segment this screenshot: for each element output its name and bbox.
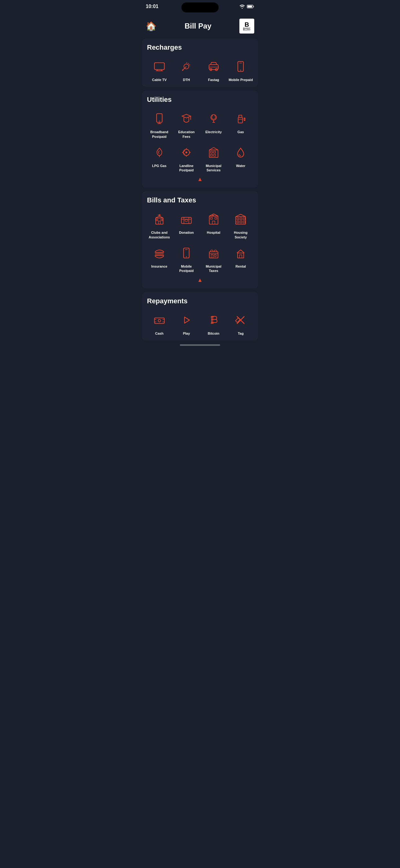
municipal-taxes-label: Municipal Taxes (201, 264, 226, 273)
svg-rect-39 (214, 151, 215, 153)
repay-bitcoin-item[interactable]: Bitcoin (201, 311, 226, 336)
svg-rect-38 (210, 151, 212, 153)
rental-item[interactable]: Rental (229, 244, 253, 273)
home-icon[interactable]: 🏠 (146, 21, 157, 31)
municipal-taxes-icon (205, 244, 222, 262)
mobile-postpaid-item[interactable]: Mobile Postpaid (174, 244, 199, 273)
svg-rect-49 (161, 219, 163, 221)
repay-play-item[interactable]: Play (174, 311, 199, 336)
electricity-svg (207, 112, 221, 125)
insurance-svg (153, 246, 166, 260)
gas-item[interactable]: Gas (229, 110, 253, 139)
mobile-prepaid-icon (232, 58, 249, 75)
hospital-svg (207, 212, 221, 226)
svg-point-76 (186, 256, 187, 257)
donation-item[interactable]: Donation (174, 211, 199, 239)
lpg-svg (153, 146, 166, 159)
dth-item[interactable]: DTH (174, 58, 199, 82)
svg-point-35 (182, 152, 183, 153)
municipal-taxes-item[interactable]: Municipal Taxes (201, 244, 226, 273)
svg-line-42 (209, 148, 214, 150)
repay-cash-label: Cash (155, 331, 163, 336)
landline-postpaid-label: Landline Postpaid (174, 164, 199, 173)
repay-tag-item[interactable]: Tag (229, 311, 253, 336)
svg-point-0 (242, 8, 243, 9)
clubs-associations-item[interactable]: Clubs and Associations (147, 211, 172, 239)
svg-point-10 (182, 69, 183, 71)
donation-icon (178, 211, 195, 228)
municipal-services-item[interactable]: Municipal Services (201, 144, 226, 173)
landline-postpaid-item[interactable]: Landline Postpaid (174, 144, 199, 173)
mobile-postpaid-svg (179, 246, 193, 260)
svg-point-36 (190, 152, 191, 153)
repay-cash-icon (151, 311, 168, 329)
mobile-prepaid-label: Mobile Prepaid (229, 78, 253, 82)
utilities-title: Utilities (147, 96, 253, 104)
logo-text: BHARATBILLPAY (243, 28, 251, 31)
electricity-icon (205, 110, 222, 127)
insurance-icon (151, 244, 168, 262)
svg-rect-80 (211, 254, 213, 258)
lpg-gas-item[interactable]: LPG Gas (147, 144, 172, 173)
utilities-collapse-button[interactable]: ▲ (147, 176, 253, 183)
status-icons (239, 4, 254, 9)
housing-society-label: Housing Society (229, 230, 253, 239)
dth-icon (178, 58, 195, 75)
electricity-item[interactable]: Electricity (201, 110, 226, 139)
app-header: 🏠 Bill Pay B BHARATBILLPAY (139, 15, 261, 38)
svg-rect-41 (214, 154, 215, 156)
svg-rect-68 (240, 221, 242, 223)
bills-taxes-title: Bills and Taxes (147, 196, 253, 204)
repay-bitcoin-label: Bitcoin (208, 331, 219, 336)
bharat-billpay-logo: B BHARATBILLPAY (239, 19, 254, 34)
broadband-postpaid-item[interactable]: Broadband Postpaid (147, 110, 172, 139)
svg-line-60 (214, 214, 218, 216)
fastag-item[interactable]: Fastag (201, 58, 226, 82)
status-time: 10:01 (146, 4, 159, 9)
bitcoin-svg (207, 313, 221, 327)
svg-line-9 (182, 66, 186, 70)
dth-label: DTH (183, 78, 190, 82)
cable-tv-label: Cable TV (152, 78, 167, 82)
cable-tv-item[interactable]: Cable TV (147, 58, 172, 82)
fastag-icon (205, 58, 222, 75)
svg-rect-48 (156, 219, 158, 221)
repay-bitcoin-icon (205, 311, 222, 329)
gas-label: Gas (237, 130, 244, 134)
repay-tag-icon (232, 311, 249, 329)
water-icon (232, 144, 249, 161)
mobile-prepaid-item[interactable]: Mobile Prepaid (229, 58, 253, 82)
bills-taxes-grid: Clubs and Associations Donation (147, 211, 253, 273)
svg-point-32 (186, 152, 187, 153)
hospital-item[interactable]: Hospital (201, 211, 226, 239)
housing-society-item[interactable]: Housing Society (229, 211, 253, 239)
repay-play-label: Play (183, 331, 190, 336)
broadband-svg (153, 112, 166, 125)
cash-svg (153, 313, 166, 327)
svg-rect-81 (214, 254, 216, 256)
svg-line-70 (236, 214, 241, 217)
water-item[interactable]: Water (229, 144, 253, 173)
clubs-associations-icon (151, 211, 168, 228)
gas-icon (232, 110, 249, 127)
repay-play-icon (178, 311, 195, 329)
svg-point-33 (186, 148, 187, 149)
svg-rect-3 (253, 6, 254, 7)
insurance-item[interactable]: Insurance (147, 244, 172, 273)
electricity-label: Electricity (205, 130, 222, 134)
gas-svg (234, 112, 247, 125)
education-svg (179, 112, 193, 125)
repay-tag-label: Tag (238, 331, 244, 336)
insurance-label: Insurance (151, 264, 167, 269)
mobile-postpaid-label: Mobile Postpaid (174, 264, 199, 273)
car-svg (207, 60, 221, 73)
repay-cash-item[interactable]: Cash (147, 311, 172, 336)
svg-rect-26 (238, 117, 242, 123)
status-pill (181, 2, 219, 12)
svg-rect-94 (235, 318, 240, 322)
education-fees-item[interactable]: Education Fees (174, 110, 199, 139)
svg-point-51 (185, 219, 188, 221)
svg-rect-84 (155, 318, 164, 323)
repayments-grid: Cash Play Bitcoin (147, 311, 253, 336)
bills-taxes-collapse-button[interactable]: ▲ (147, 277, 253, 283)
